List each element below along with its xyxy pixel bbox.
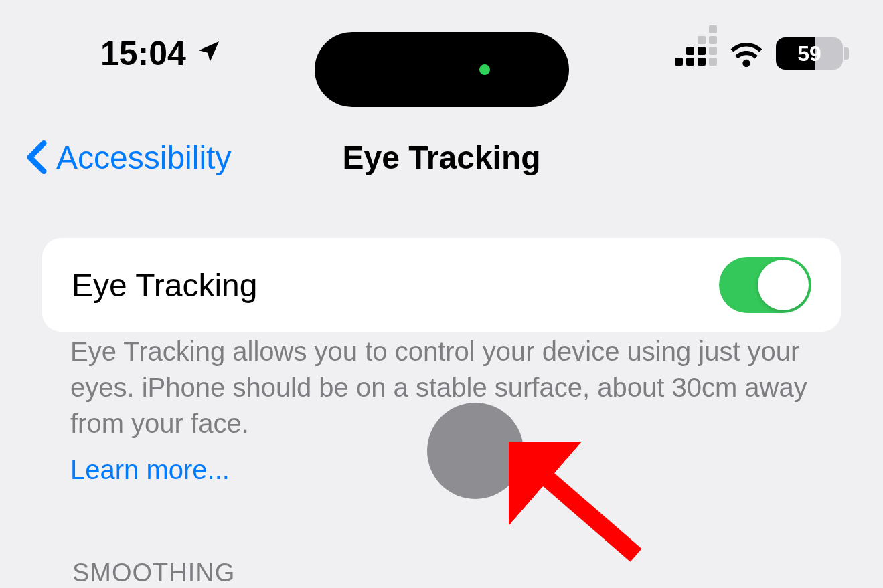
cellular-signal-icon: [675, 41, 717, 66]
back-label: Accessibility: [56, 139, 231, 176]
battery-icon: 59: [776, 37, 843, 70]
status-time: 15:04: [100, 34, 186, 73]
eye-tracking-label: Eye Tracking: [72, 267, 257, 304]
eye-tracking-toggle[interactable]: [719, 257, 811, 313]
learn-more-link[interactable]: Learn more...: [70, 455, 230, 485]
svg-line-1: [536, 468, 636, 555]
status-right: 59: [675, 37, 843, 70]
wifi-icon: [730, 40, 762, 67]
status-bar: 15:04 59: [0, 0, 883, 107]
back-button[interactable]: Accessibility: [27, 139, 231, 176]
eye-tracking-row[interactable]: Eye Tracking: [42, 238, 841, 332]
section-header-smoothing: SMOOTHING: [72, 559, 235, 587]
status-left: 15:04: [100, 34, 222, 73]
dynamic-island: [315, 32, 569, 107]
gaze-cursor-icon: [427, 403, 524, 499]
chevron-left-icon: [27, 140, 47, 174]
battery-percent: 59: [776, 41, 843, 66]
camera-indicator-icon: [479, 64, 490, 75]
toggle-knob: [758, 260, 809, 310]
annotation-arrow-icon: [509, 442, 656, 578]
location-icon: [195, 34, 222, 73]
page-title: Eye Tracking: [342, 139, 540, 176]
nav-bar: Accessibility Eye Tracking: [0, 130, 883, 184]
